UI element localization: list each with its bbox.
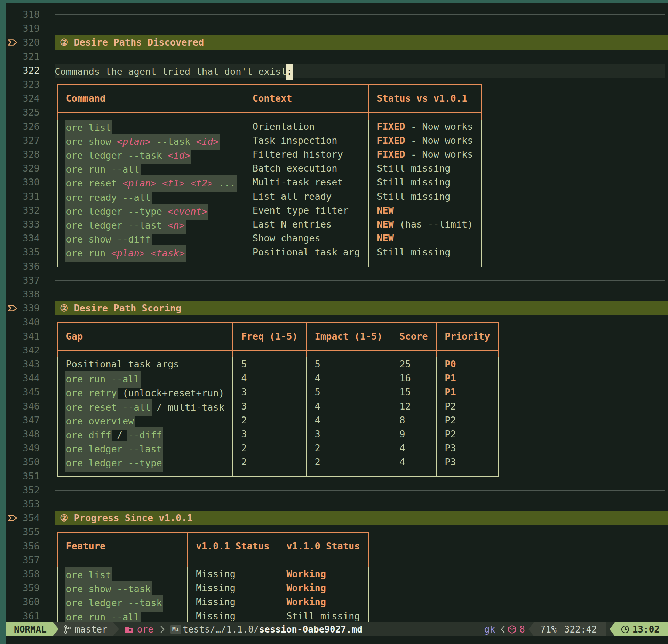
- table-cell[interactable]: Working: [286, 567, 326, 581]
- table-cell[interactable]: Working: [286, 595, 326, 609]
- table-cell[interactable]: ore ledger --task <id>: [66, 148, 191, 161]
- table-cell[interactable]: 15: [399, 385, 411, 399]
- table-cell[interactable]: ore reset <plan> <t1> <t2> ...: [66, 175, 236, 189]
- table-cell[interactable]: Still missing: [377, 245, 450, 259]
- table-cell[interactable]: ore run --all: [66, 161, 140, 175]
- table-cell[interactable]: Still missing: [377, 190, 450, 204]
- table-cell[interactable]: 5: [315, 357, 320, 371]
- table-header-cell[interactable]: Score: [399, 329, 428, 343]
- table-header-cell[interactable]: Context: [253, 92, 292, 105]
- table-cell[interactable]: P2: [445, 427, 456, 441]
- fold-icon[interactable]: [8, 514, 17, 522]
- table-cell[interactable]: Show changes: [253, 231, 320, 245]
- table-cell[interactable]: P1: [445, 385, 456, 399]
- table-cell[interactable]: 16: [399, 371, 411, 385]
- table-header-cell[interactable]: Command: [66, 92, 106, 105]
- table-header-cell[interactable]: Status vs v1.0.1: [377, 92, 467, 105]
- table-cell[interactable]: 3: [241, 427, 247, 441]
- table-cell[interactable]: ore show --diff: [66, 231, 151, 245]
- table-cell[interactable]: 8: [399, 413, 405, 427]
- table-cell[interactable]: Batch execution: [253, 161, 337, 175]
- table-cell[interactable]: Missing: [196, 581, 236, 595]
- table-cell[interactable]: Event type filter: [253, 204, 349, 217]
- table-cell[interactable]: 4: [399, 441, 405, 455]
- heading-h2[interactable]: ② Progress Since v1.0.1: [60, 511, 193, 525]
- table-cell[interactable]: 3: [241, 385, 247, 399]
- table-cell[interactable]: Missing: [196, 595, 236, 609]
- table-cell[interactable]: 9: [399, 427, 405, 441]
- table-cell[interactable]: P0: [445, 357, 456, 371]
- table-cell[interactable]: 2: [315, 441, 320, 455]
- table-cell[interactable]: ore run <plan> <task>: [66, 245, 185, 259]
- table-cell[interactable]: ore ledger --type: [66, 455, 162, 469]
- table-cell[interactable]: ore diff / --diff: [66, 427, 162, 441]
- table-header-cell[interactable]: Gap: [66, 329, 83, 343]
- table-cell[interactable]: Orientation: [253, 120, 315, 134]
- git-segment[interactable]: master: [59, 622, 113, 636]
- table-cell[interactable]: 4: [399, 455, 405, 469]
- table-cell[interactable]: 12: [399, 399, 411, 413]
- table-cell[interactable]: ore show --task: [66, 581, 151, 595]
- table-cell[interactable]: Still missing: [286, 609, 360, 623]
- table-cell[interactable]: 2: [241, 413, 247, 427]
- table-cell[interactable]: NEW: [377, 231, 394, 245]
- table-cell[interactable]: 4: [315, 413, 320, 427]
- table-header-cell[interactable]: Feature: [66, 539, 106, 553]
- table-header-cell[interactable]: Freq (1-5): [241, 329, 298, 343]
- table-cell[interactable]: ore overview: [66, 413, 134, 427]
- table-cell[interactable]: 5: [241, 357, 247, 371]
- table-cell[interactable]: Missing: [196, 609, 236, 623]
- table-cell[interactable]: ore ledger --last <n>: [66, 217, 185, 231]
- table-cell[interactable]: 4: [315, 399, 320, 413]
- table-cell[interactable]: ore run --all: [66, 609, 140, 623]
- file-path[interactable]: tests/…/1.1.0/session-0abe9027.md: [183, 622, 363, 636]
- table-cell[interactable]: P3: [445, 455, 456, 469]
- table-cell[interactable]: 3: [241, 399, 247, 413]
- table-cell[interactable]: 2: [241, 455, 247, 469]
- paragraph-line[interactable]: Commands the agent tried that don't exis…: [55, 64, 292, 78]
- table-cell[interactable]: Still missing: [377, 161, 450, 175]
- table-cell[interactable]: ore reset --all / multi-task: [66, 399, 224, 413]
- table-cell[interactable]: Positional task arg: [253, 245, 360, 259]
- table-cell[interactable]: P1: [445, 371, 456, 385]
- table-cell[interactable]: 2: [241, 441, 247, 455]
- table-cell[interactable]: Last N entries: [253, 217, 332, 231]
- table-cell[interactable]: 25: [399, 357, 411, 371]
- table-cell[interactable]: NEW: [377, 204, 394, 217]
- table-cell[interactable]: 5: [315, 385, 320, 399]
- table-cell[interactable]: FIXED - Now works: [377, 134, 473, 148]
- table-cell[interactable]: Missing: [196, 567, 236, 581]
- table-cell[interactable]: P2: [445, 413, 456, 427]
- heading-h2[interactable]: ② Desire Paths Discovered: [60, 35, 204, 49]
- table-cell[interactable]: Task inspection: [253, 134, 337, 148]
- table-cell[interactable]: P2: [445, 399, 456, 413]
- breadcrumb[interactable]: ore: [119, 622, 165, 636]
- table-cell[interactable]: ore ledger --task: [66, 595, 162, 609]
- table-header-cell[interactable]: v1.0.1 Status: [196, 539, 269, 553]
- table-cell[interactable]: FIXED - Now works: [377, 120, 473, 134]
- table-header-cell[interactable]: Priority: [445, 329, 490, 343]
- table-header-cell[interactable]: Impact (1-5): [315, 329, 383, 343]
- table-cell[interactable]: ore show <plan> --task <id>: [66, 134, 219, 148]
- table-cell[interactable]: NEW (has --limit): [377, 217, 473, 231]
- table-cell[interactable]: P3: [445, 441, 456, 455]
- fold-icon[interactable]: [8, 304, 17, 312]
- table-cell[interactable]: ore list: [66, 567, 111, 581]
- table-cell[interactable]: ore ready --all: [66, 190, 151, 204]
- heading-h2[interactable]: ② Desire Path Scoring: [60, 301, 181, 315]
- table-cell[interactable]: 4: [315, 371, 320, 385]
- table-cell[interactable]: ore ledger --last: [66, 441, 162, 455]
- fold-icon[interactable]: [8, 39, 17, 46]
- table-cell[interactable]: 3: [315, 427, 320, 441]
- table-cell[interactable]: Working: [286, 581, 326, 595]
- diagnostic-count[interactable]: 8: [506, 622, 528, 636]
- table-cell[interactable]: ore ledger --type <event>: [66, 204, 207, 217]
- table-cell[interactable]: 2: [315, 455, 320, 469]
- table-cell[interactable]: Still missing: [377, 175, 450, 189]
- table-cell[interactable]: FIXED - Now works: [377, 148, 473, 161]
- table-cell[interactable]: 4: [241, 371, 247, 385]
- table-cell[interactable]: ore run --all: [66, 371, 140, 385]
- table-cell[interactable]: List all ready: [253, 190, 332, 204]
- table-cell[interactable]: Filtered history: [253, 148, 343, 161]
- table-header-cell[interactable]: v1.1.0 Status: [286, 539, 360, 553]
